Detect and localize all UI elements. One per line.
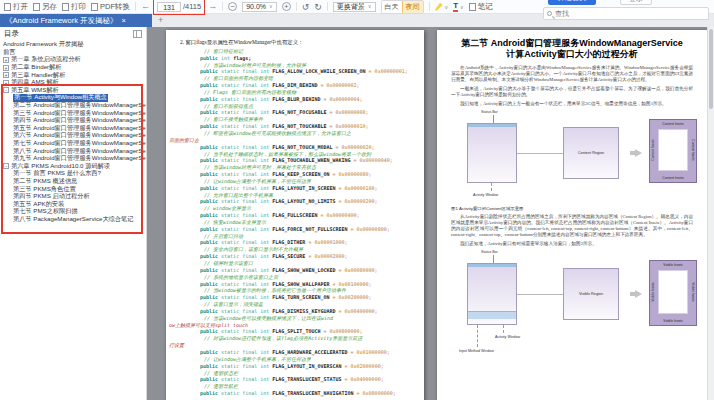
divider [222,2,223,11]
code-listing: // 窗口特征标记public int flags;// 当该window对用户… [168,48,418,397]
sidebar-header: 目录 [0,27,146,40]
connector-line [517,294,563,295]
rotate-right-button[interactable]: ↻ [314,2,322,12]
highlighter-tool-button[interactable]: ∨ [435,3,449,11]
collapse-icon[interactable]: - [3,163,9,169]
zoom-in-button[interactable]: + [282,2,291,11]
expand-icon[interactable]: + [3,65,9,71]
outline-item[interactable]: +第三章 Handler解析 [0,71,146,79]
collapse-panel-icon[interactable] [133,30,142,38]
outline-item[interactable]: -第六章 PKMS Android10.0 源码解读 [0,163,146,171]
divider [135,2,136,11]
outline-sidebar: 目录 Android Framework 开发揭秘前言+第一章 系统启动流程分析… [0,27,147,400]
outline-item[interactable]: 第三节 Android窗口管理服务WindowManagerSe [0,109,146,117]
member-button[interactable]: 开通会员 [548,0,596,5]
code-line: // 窗口不能获得焦点 [168,103,418,110]
scrollbar-thumb[interactable] [709,29,713,109]
highlighter-icon [435,3,443,11]
connector-line [503,325,504,333]
outline-item[interactable]: 第九节 Android窗口管理服务WindowManagerSe [0,155,146,163]
outline-item[interactable]: 第四节 PKMS 启动过程分析 [0,193,146,201]
code-line: // 窗口后面的所有内容都变暗 [168,75,418,82]
rotate-left-button[interactable]: ↺ [302,2,310,12]
outline-item-label: 第七节 PMS之权限扫描 [13,208,78,216]
document-tab[interactable]: 《Android Framework 开发揭秘》 × [0,14,152,27]
outline-item[interactable]: +第二章 Binder解析 [0,64,146,72]
code-line: 后面的窗口去 [168,137,418,144]
code-line: public static final int FLAG_SHOW_WHEN_L… [168,267,418,274]
outline-item-label: 第六节 Android窗口管理服务WindowManagerSe [13,132,146,140]
code-line: public static final int FLAG_TOUCHABLE_W… [168,157,418,164]
input-method-window-label: Input Method Window [459,349,494,353]
outline-item-label: 第四章 AMS 解析 [11,79,59,87]
save-as-button[interactable]: 另存 [33,2,57,12]
chevron-down-icon: ∨ [269,2,273,11]
outline-item[interactable]: 第七节 PMS之权限扫描 [0,208,146,216]
code-line: // 透明状态栏 [168,370,418,377]
expand-icon[interactable]: + [3,80,9,86]
night-mode-button[interactable]: 夜间 [402,1,423,13]
expand-icon[interactable]: + [3,57,9,63]
underline-tool-button[interactable]: T∨ [453,2,464,12]
code-line: public static final int FLAG_SPLIT_TOUCH… [168,328,418,335]
outline-item[interactable]: +第四章 AMS 解析 [0,79,146,87]
new-tab-button[interactable]: + [158,15,163,25]
outline-item[interactable]: 第四节 Android窗口管理服务WindowManagerSe [0,117,146,125]
divider [296,2,297,11]
code-line: public static final int FLAG_HARDWARE_AC… [168,349,418,356]
open-icon [4,3,11,11]
vertical-scrollbar[interactable] [707,27,714,400]
open-button[interactable]: 打开 [4,2,28,12]
connector-line [493,255,494,263]
search-input[interactable] [555,10,695,17]
prev-page-button[interactable]: ← [141,2,150,11]
sidebar-title: 目录 [4,29,19,39]
next-page-button[interactable]: → [208,2,217,11]
activity-window-box [467,123,517,183]
outline-item[interactable]: Android Framework 开发揭秘 [0,41,146,49]
login-button[interactable]: 登录 [620,0,652,5]
code-line: // 让window占满整个手机屏幕，不留任何边界 [168,356,418,363]
save-icon [33,3,40,11]
outline-item[interactable]: 第三节 PKMS角色位置 [0,185,146,193]
page-number-input[interactable]: 131 [157,2,181,12]
outline-item[interactable]: 第五节 Android窗口管理服务WindowManagerSe [0,125,146,133]
print-button[interactable]: 打印 [62,2,86,12]
zoom-out-button[interactable]: − [228,2,237,11]
code-line: ow上触摸屏可以支持split touch [168,322,418,329]
outline-item[interactable]: -第五章 WMS解析 [0,87,146,95]
outline-item[interactable]: 第一节 前言 PKMS 是什么东西? [0,170,146,178]
outline-item[interactable]: 第一节 Activity与Window相关概念 [0,94,146,102]
code-line: public static final int FLAG_SECURE = 0x… [168,253,418,260]
figure-visible-region: Status Bar Activity Window Input Method … [451,250,693,368]
print-icon [62,3,69,11]
content-insets-box: Content Insets Content Insets Content In… [649,119,697,183]
outline-item[interactable]: 第八节 Android窗口管理服务WindowManagerSe [0,147,146,155]
outline-item-label: 第一章 系统启动流程分析 [11,56,81,64]
note-button[interactable]: 笔记 [469,2,493,12]
outline-item[interactable]: +第一章 系统启动流程分析 [0,56,146,64]
tab-close-icon[interactable]: × [122,16,126,25]
status-bar-strip [468,264,516,267]
outline-item[interactable]: 第八节 PackageManagerService大综合笔记 [0,216,146,224]
outline-item[interactable]: 第五节 APK的安装 [0,200,146,208]
outline-item[interactable]: 前言 [0,49,146,57]
outline-item[interactable]: 第二节 Android窗口管理服务WindowManagerSe [0,102,146,110]
day-mode-button[interactable]: 白天 [382,1,402,13]
change-background-menu[interactable]: 更换背景∨ [333,2,376,12]
outline-item[interactable]: 第七节 Android窗口管理服务WindowManagerSe [0,140,146,148]
outline-item[interactable]: 第六节 Android窗口管理服务WindowManagerSe [0,132,146,140]
code-line: public static final int FLAG_DISMISS_KEY… [168,308,418,315]
figure-content-region: Status Bar Activity Window Content Regio… [451,110,693,202]
zoom-level-select[interactable]: 90.0%∨ [242,2,277,12]
expand-icon[interactable]: + [3,72,9,78]
outline-item[interactable]: 第二节 PKMS 概述信息 [0,178,146,186]
outline-item-label: 第二节 PKMS 概述信息 [13,178,77,186]
code-line: public static final int FLAG_DIM_BEHIND … [168,82,418,89]
code-line: // 透明导航栏 [168,383,418,390]
pdf-convert-button[interactable]: PDF转换 [91,2,130,12]
document-viewer[interactable]: 2. 窗口flags显示属性在WindowManager中也有定义： // 窗口… [147,27,714,400]
divider [327,2,328,11]
collapse-icon[interactable]: - [3,87,9,93]
code-line: // Flags 窗口后面的所有内容都变模糊 [168,89,418,96]
